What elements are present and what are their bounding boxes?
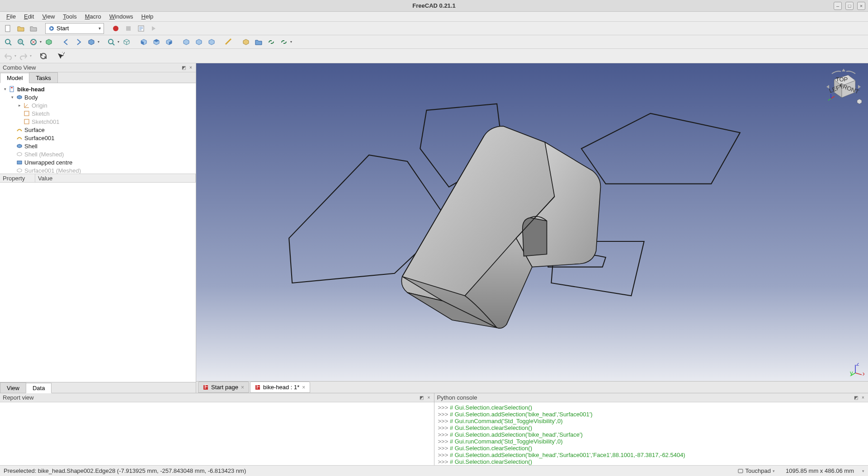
tab-tasks[interactable]: Tasks xyxy=(29,72,57,83)
model-tree[interactable]: ▾bike-head ▾Body ▸Origin Sketch Sketch00… xyxy=(0,83,196,174)
fit-selection-button[interactable] xyxy=(15,37,26,47)
tab-bike-head[interactable]: F bike-head : 1* × xyxy=(250,382,310,393)
float-panel-button[interactable]: ◩ xyxy=(180,65,187,71)
tree-item-surf001-meshed[interactable]: Surface001 (Meshed) xyxy=(24,167,81,174)
python-console-title: Python console xyxy=(437,394,477,401)
menu-help[interactable]: Help xyxy=(138,12,157,21)
workbench-label: Start xyxy=(57,25,69,32)
report-view-header: Report view ◩× xyxy=(0,393,434,402)
svg-point-5 xyxy=(5,39,10,44)
property-col-header[interactable]: Property xyxy=(0,174,35,182)
view-top-button[interactable] xyxy=(151,37,162,47)
python-console-body[interactable]: >>> # Gui.Selection.clearSelection()>>> … xyxy=(434,402,868,465)
draw-style-button[interactable] xyxy=(28,37,39,47)
tab-view[interactable]: View xyxy=(0,382,26,393)
minimize-button[interactable]: – xyxy=(834,2,842,10)
view-bottom-button[interactable] xyxy=(193,37,204,47)
tree-item-surface001[interactable]: Surface001 xyxy=(24,135,55,141)
value-col-header[interactable]: Value xyxy=(35,174,196,182)
zoom-button[interactable] xyxy=(106,37,117,47)
menu-macro[interactable]: Macro xyxy=(81,12,105,21)
workbench-selector[interactable]: Start ▾ xyxy=(45,23,104,34)
float-panel-button[interactable]: ◩ xyxy=(419,395,425,401)
tree-item-shell[interactable]: Shell xyxy=(24,143,38,150)
view-front-button[interactable] xyxy=(138,37,149,47)
redo-button[interactable] xyxy=(18,51,29,61)
combo-view-header: Combo View ◩ × xyxy=(0,63,196,72)
tab-model[interactable]: Model xyxy=(0,73,29,83)
svg-rect-12 xyxy=(11,87,13,88)
macro-execute-button[interactable] xyxy=(148,23,159,34)
window-title: FreeCAD 0.21.1 xyxy=(412,2,455,9)
navigation-cube[interactable]: TOP LEFT FRONT xyxy=(823,67,864,108)
close-panel-button[interactable]: × xyxy=(860,395,866,401)
property-tabs: View Data xyxy=(0,382,196,393)
macro-stop-button[interactable] xyxy=(123,23,134,34)
tree-item-body[interactable]: Body xyxy=(24,94,38,101)
menu-file[interactable]: File xyxy=(3,12,19,21)
python-console-header: Python console ◩× xyxy=(434,393,868,402)
menu-tools[interactable]: Tools xyxy=(59,12,80,21)
svg-text:z: z xyxy=(856,363,859,367)
nav-back-button[interactable] xyxy=(61,37,71,47)
isometric-button[interactable] xyxy=(86,37,97,47)
tab-data[interactable]: Data xyxy=(26,383,52,393)
svg-text:x: x xyxy=(863,370,864,377)
open-button[interactable] xyxy=(15,23,26,34)
report-view-title: Report view xyxy=(3,394,34,401)
link-make-button[interactable] xyxy=(266,37,277,47)
face-icon xyxy=(16,159,23,165)
close-panel-button[interactable]: × xyxy=(426,395,432,401)
status-nav-style[interactable]: Touchpad ▾ xyxy=(735,467,778,474)
close-panel-button[interactable]: × xyxy=(188,65,194,71)
macro-list-button[interactable] xyxy=(136,23,146,34)
status-dimensions: 1095.85 mm x 486.06 mm xyxy=(783,467,857,474)
expand-icon[interactable]: ▸ xyxy=(17,103,22,108)
view-right-button[interactable] xyxy=(164,37,175,47)
mesh-icon xyxy=(16,151,23,157)
close-tab-button[interactable]: × xyxy=(302,384,305,391)
group-button[interactable] xyxy=(253,37,264,47)
menu-windows[interactable]: Windows xyxy=(106,12,137,21)
expand-icon[interactable]: ▾ xyxy=(10,95,14,99)
view-left-button[interactable] xyxy=(206,37,217,47)
tree-item-shell-meshed[interactable]: Shell (Meshed) xyxy=(24,151,64,158)
tree-item-document[interactable]: bike-head xyxy=(17,86,45,93)
menu-edit[interactable]: Edit xyxy=(20,12,38,21)
close-tab-button[interactable]: × xyxy=(241,384,244,391)
property-panel[interactable] xyxy=(0,183,196,382)
measure-button[interactable] xyxy=(223,37,234,47)
toolbar-file: Start ▾ xyxy=(0,22,868,35)
combo-view-title: Combo View xyxy=(3,64,36,71)
nav-forward-button[interactable] xyxy=(73,37,84,47)
refresh-button[interactable] xyxy=(38,51,49,61)
macro-record-button[interactable] xyxy=(110,23,121,34)
combo-tabs: Model Tasks xyxy=(0,72,196,83)
view-rear-button[interactable] xyxy=(181,37,192,47)
fit-all-button[interactable] xyxy=(3,37,14,47)
tab-start-page[interactable]: F Start page × xyxy=(198,382,249,393)
menu-view[interactable]: View xyxy=(38,12,58,21)
svg-text:y: y xyxy=(850,369,853,376)
tree-item-sketch[interactable]: Sketch xyxy=(32,110,50,117)
part-button[interactable] xyxy=(241,37,251,47)
tree-item-origin[interactable]: Origin xyxy=(32,102,47,109)
close-button[interactable]: × xyxy=(857,2,865,10)
maximize-button[interactable]: □ xyxy=(845,2,854,10)
tree-item-sketch001[interactable]: Sketch001 xyxy=(32,118,59,125)
toolbar-view: ▾ ▾ ▾ ▾ xyxy=(0,35,868,49)
new-button[interactable] xyxy=(3,23,14,34)
report-view-body[interactable] xyxy=(0,402,434,465)
bounding-box-button[interactable] xyxy=(43,37,54,47)
tree-item-unwrapped-centre[interactable]: Unwrapped centre xyxy=(24,159,72,166)
whats-this-button[interactable]: ? xyxy=(55,51,66,61)
undo-button[interactable] xyxy=(3,51,14,61)
expand-icon[interactable]: ▾ xyxy=(3,87,7,91)
link-actions-button[interactable] xyxy=(278,37,289,47)
tree-item-surface[interactable]: Surface xyxy=(24,127,45,133)
float-panel-button[interactable]: ◩ xyxy=(853,395,859,401)
3d-viewport[interactable]: TOP LEFT FRONT xyxy=(196,63,868,381)
save-button[interactable] xyxy=(28,23,39,34)
view-iso-button[interactable] xyxy=(121,37,132,47)
sketch-icon xyxy=(24,118,30,125)
